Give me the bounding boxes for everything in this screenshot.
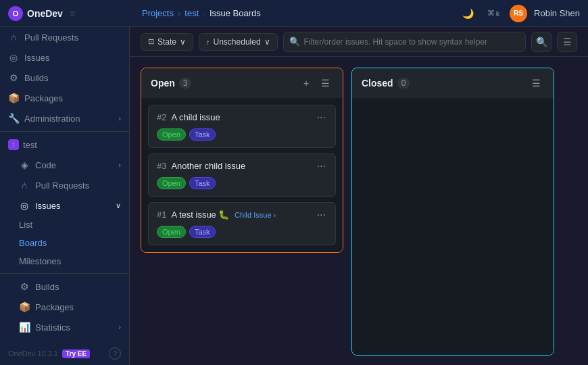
help-icon[interactable]: ? (109, 347, 121, 360)
card-2-number: #2 (157, 112, 166, 122)
open-column: Open 3 + ☰ #2 A child issue (141, 68, 343, 253)
closed-column-count: 0 (397, 78, 410, 89)
state-chevron-icon: ∨ (180, 37, 186, 47)
issues-sub-icon: ◎ (19, 200, 30, 211)
sidebar-footer: OneDev 10.3.1 Try EE ? (0, 342, 129, 365)
version-text: OneDev 10.3.1 (8, 349, 58, 358)
open-column-header: Open 3 + ☰ (141, 68, 343, 98)
child-issue-link[interactable]: Child Issue › (235, 211, 276, 219)
closed-column-actions: ☰ (528, 75, 544, 91)
builds-sub-icon: ⚙ (19, 281, 30, 292)
breadcrumb-project[interactable]: test (185, 8, 199, 18)
sidebar-item-code[interactable]: ◈ Code › (0, 155, 129, 175)
sidebar-item-label: Packages (35, 302, 74, 312)
closed-column-title: Closed (362, 78, 393, 89)
statistics-icon: 📊 (19, 322, 30, 333)
dark-mode-button[interactable]: 🌙 (458, 4, 477, 23)
sidebar-item-label: Administration (24, 114, 80, 124)
sidebar-item-pull-requests-sub[interactable]: ⑃ Pull Requests (0, 175, 129, 195)
card-2-task-badge: Task (189, 128, 216, 141)
sidebar-item-packages[interactable]: 📦 Packages (0, 88, 129, 108)
state-filter-icon: ⊡ (148, 37, 154, 46)
chevron-right-icon: › (118, 323, 121, 331)
list-label: List (19, 220, 32, 230)
breadcrumb-sep2: · (203, 8, 205, 18)
open-column-actions: + ☰ (298, 75, 333, 91)
packages-icon: 📦 (8, 93, 19, 103)
card-1-header: #1 A test issue 🐛 Child Issue › ··· (157, 210, 327, 220)
search-button[interactable]: 🔍 (531, 32, 552, 52)
sidebar-item-issues-sub[interactable]: ◎ Issues ∨ (0, 195, 129, 216)
sidebar: ⑃ Pull Requests ◎ Issues ⚙ Builds 📦 Pack… (0, 27, 130, 365)
card-3-title: #3 Another child issue (157, 161, 245, 171)
list-view-button[interactable]: ☰ (557, 32, 577, 52)
closed-column-body (352, 98, 554, 355)
card-2-menu-button[interactable]: ··· (316, 112, 327, 123)
sidebar-item-label: Statistics (35, 322, 70, 333)
project-icon: t (8, 139, 19, 150)
toolbar: ⊡ State ∨ ↑ Unscheduled ∨ 🔍 🔍 ☰ (130, 27, 588, 57)
sidebar-item-builds-sub[interactable]: ⚙ Builds (0, 276, 129, 297)
card-2-open-badge: Open (157, 128, 186, 141)
pull-requests-sub-icon: ⑃ (19, 180, 30, 191)
builds-icon: ⚙ (8, 72, 19, 83)
user-name[interactable]: Robin Shen (534, 8, 580, 18)
content-area: ⊡ State ∨ ↑ Unscheduled ∨ 🔍 🔍 ☰ Open (130, 27, 588, 365)
issue-card-1[interactable]: #1 A test issue 🐛 Child Issue › ··· Open… (148, 202, 336, 245)
open-column-menu-button[interactable]: ☰ (317, 75, 333, 91)
sidebar-toggle-icon[interactable]: ≡ (70, 8, 75, 19)
card-2-header: #2 A child issue ··· (157, 112, 327, 123)
card-1-title: #1 A test issue 🐛 Child Issue › (157, 210, 276, 220)
issues-icon: ◎ (8, 52, 19, 63)
add-issue-button[interactable]: + (298, 75, 314, 91)
breadcrumb-current: Issue Boards (210, 8, 261, 18)
sidebar-project[interactable]: t test ··· (0, 135, 129, 155)
logo-area: O OneDev ≡ (8, 6, 137, 21)
pull-requests-icon: ⑃ (8, 32, 19, 43)
sidebar-item-label: Pull Requests (35, 180, 89, 191)
unscheduled-filter-button[interactable]: ↑ Unscheduled ∨ (199, 33, 278, 51)
card-3-menu-button[interactable]: ··· (316, 161, 327, 172)
card-3-number: #3 (157, 161, 166, 171)
sidebar-item-label: Code (35, 160, 56, 170)
closed-column-menu-button[interactable]: ☰ (528, 75, 544, 91)
sidebar-item-packages-sub[interactable]: 📦 Packages (0, 297, 129, 317)
sidebar-sub-list[interactable]: List (0, 216, 129, 234)
card-1-menu-button[interactable]: ··· (316, 210, 327, 220)
unscheduled-icon: ↑ (206, 38, 210, 46)
board-area: Open 3 + ☰ #2 A child issue (130, 57, 588, 365)
avatar[interactable]: RS (510, 5, 527, 22)
sidebar-item-pull-requests[interactable]: ⑃ Pull Requests (0, 27, 129, 47)
sidebar-item-builds[interactable]: ⚙ Builds (0, 68, 129, 88)
project-name: test (23, 140, 37, 150)
card-1-number: #1 (157, 210, 166, 220)
state-filter-button[interactable]: ⊡ State ∨ (141, 33, 193, 51)
top-header: O OneDev ≡ Projects › test · Issue Board… (0, 0, 588, 27)
keyboard-shortcut-button[interactable]: ⌘k (484, 4, 503, 23)
main-layout: ⑃ Pull Requests ◎ Issues ⚙ Builds 📦 Pack… (0, 27, 588, 365)
card-3-badges: Open Task (157, 177, 327, 189)
open-column-title: Open (151, 78, 175, 89)
header-actions: 🌙 ⌘k RS Robin Shen (458, 4, 580, 23)
card-2-badges: Open Task (157, 128, 327, 141)
boards-label: Boards (19, 238, 47, 248)
code-icon: ◈ (19, 160, 30, 170)
card-3-open-badge: Open (157, 177, 186, 189)
search-input[interactable] (304, 37, 520, 47)
administration-icon: 🔧 (8, 113, 19, 124)
sidebar-divider (0, 131, 129, 132)
sidebar-sub-boards[interactable]: Boards (0, 234, 129, 252)
issue-card-2[interactable]: #2 A child issue ··· Open Task (148, 105, 336, 148)
breadcrumb-projects[interactable]: Projects (142, 8, 174, 18)
sidebar-item-statistics[interactable]: 📊 Statistics › (0, 317, 129, 337)
sidebar-sub-milestones[interactable]: Milestones (0, 252, 129, 270)
try-ee-badge[interactable]: Try EE (62, 349, 90, 358)
logo-text: OneDev (27, 8, 63, 19)
sidebar-item-issues[interactable]: ◎ Issues (0, 47, 129, 68)
issue-card-3[interactable]: #3 Another child issue ··· Open Task (148, 153, 336, 197)
state-filter-label: State (157, 37, 176, 47)
open-column-count: 3 (179, 78, 192, 89)
sidebar-item-administration[interactable]: 🔧 Administration › (0, 108, 129, 128)
search-box[interactable]: 🔍 (283, 32, 526, 52)
chevron-down-icon: ∨ (116, 201, 121, 210)
